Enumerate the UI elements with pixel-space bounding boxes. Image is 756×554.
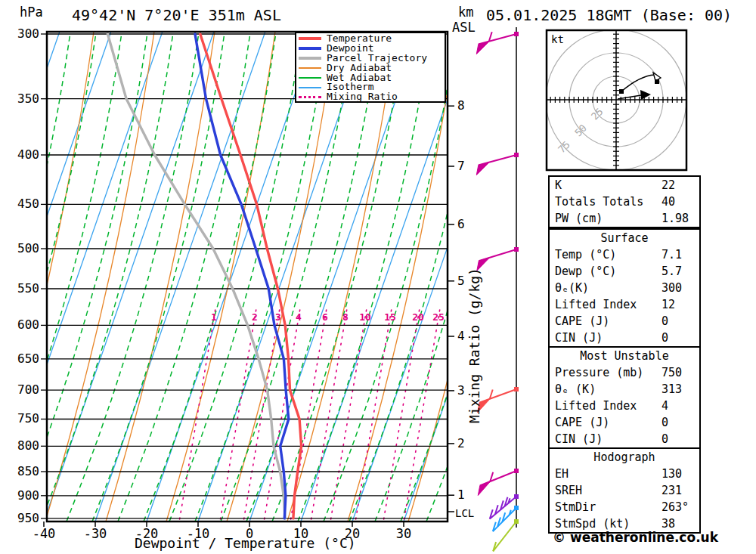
pressure-tick-label: 750 [17, 411, 39, 426]
table-row-value: 22 [662, 177, 675, 193]
mixing-ratio-tick-label: 8 [342, 311, 349, 323]
table-row: Lifted Index4 [550, 398, 699, 414]
table-row-value: 7.1 [662, 246, 682, 263]
mixing-ratio-tick-label: 3 [275, 311, 281, 323]
table-row-value: 0 [662, 414, 668, 431]
table-row-label: θₑ(K) [555, 281, 589, 295]
wind-barb [477, 247, 519, 271]
table-row-label: CIN (J) [555, 432, 603, 446]
table-row-label: CIN (J) [555, 331, 603, 345]
table-row-value: 1.98 [662, 210, 689, 227]
table-row: CIN (J)0 [550, 330, 699, 346]
copyright: © weatheronline.co.uk [529, 530, 718, 545]
table-row-value: 300 [662, 280, 682, 296]
km-tick-label: 4 [457, 329, 465, 343]
pressure-tick-label: 450 [17, 197, 39, 211]
mixing-ratio-tick-label: 1 [211, 311, 217, 323]
km-tick-label: 2 [457, 436, 465, 450]
table-row-value: 263° [662, 499, 689, 515]
table-row: CIN (J)0 [550, 431, 699, 447]
legend-line-sample [299, 96, 321, 98]
table-row-value: 750 [662, 364, 682, 381]
table-row: Totals Totals40 [550, 193, 699, 210]
temp-tick-label: -30 [84, 526, 107, 541]
table-row-label: CAPE (J) [555, 314, 609, 328]
km-tick-label: 8 [457, 98, 465, 113]
pressure-tick-label: 600 [17, 317, 39, 332]
mixing-ratio-tick-label: 2 [252, 311, 258, 323]
table-row-label: CAPE (J) [555, 416, 609, 429]
table-row-label: Temp (°C) [555, 248, 616, 262]
table-row-label: Dewp (°C) [555, 265, 616, 278]
hodograph-unit-label: kt [551, 33, 564, 45]
table-row-label: Pressure (mb) [555, 366, 643, 379]
legend-line-sample [299, 37, 321, 40]
pressure-tick-label: 350 [17, 91, 39, 106]
mixing-ratio-tick-label: 4 [296, 311, 302, 323]
table-title: Hodograph [550, 449, 699, 466]
table-row-value: 40 [662, 193, 675, 210]
temp-tick-label: -40 [33, 526, 56, 541]
table-row-label: Lifted Index [555, 399, 637, 413]
table-row-value: 313 [662, 381, 682, 398]
wind-barb [493, 519, 519, 551]
pressure-tick-label: 700 [17, 382, 39, 397]
table-row-value: 0 [662, 330, 668, 346]
table-row-label: StmSpd (kt) [555, 517, 630, 531]
km-tick-label: 5 [457, 274, 465, 288]
legend: TemperatureDewpointParcel TrajectoryDry … [295, 32, 446, 103]
table-row-label: PW (cm) [555, 212, 603, 225]
table-row: Lifted Index12 [550, 296, 699, 313]
table-title: Most Unstable [550, 348, 699, 364]
mixing-ratio-axis-title: Mixing Ratio (g/kg) [466, 268, 482, 423]
pressure-tick-label: 500 [17, 241, 39, 255]
legend-line-sample [299, 57, 321, 60]
table-row: StmDir263° [550, 499, 699, 515]
table-row-value: 12 [662, 296, 675, 313]
pressure-tick-label: 800 [17, 438, 39, 453]
pressure-tick-label: 550 [17, 281, 39, 296]
wind-barb [476, 153, 519, 175]
legend-line-sample [299, 77, 321, 79]
indices-table: HodographEH130SREH231StmDir263°StmSpd (k… [548, 447, 701, 534]
lcl-label: LCL [455, 507, 474, 519]
wind-barb [478, 387, 519, 413]
skewt-sounding-page: 3003504004505005506006507007508008509009… [0, 0, 756, 554]
table-row: CAPE (J)0 [550, 313, 699, 330]
table-row-label: EH [555, 467, 569, 481]
mixing-ratio-tick-label: 10 [359, 311, 371, 323]
table-row: EH130 [550, 466, 699, 482]
table-row-value: 4 [662, 398, 668, 414]
indices-table: K22Totals Totals40PW (cm)1.98 [548, 175, 701, 228]
km-unit-label: km [458, 5, 473, 20]
km-tick-label: 6 [457, 217, 465, 231]
table-row-label: Totals Totals [555, 195, 643, 209]
x-axis-title: Dewpoint / Temperature (°C) [135, 535, 356, 551]
asl-label: ASL [452, 20, 476, 35]
mixing-ratio-tick-label: 20 [412, 311, 424, 323]
indices-table: Most UnstablePressure (mb)750θₑ (K)313Li… [548, 346, 701, 449]
table-title: Surface [550, 230, 699, 246]
km-tick-label: 1 [457, 487, 465, 502]
table-row: Pressure (mb)750 [550, 364, 699, 381]
pressure-tick-label: 850 [17, 464, 39, 478]
table-row: Temp (°C)7.1 [550, 246, 699, 263]
table-row-value: 130 [662, 466, 682, 482]
temp-tick-label: 30 [396, 526, 411, 541]
pressure-tick-label: 650 [17, 351, 39, 366]
table-row-label: SREH [555, 484, 582, 497]
km-tick-label: 3 [457, 383, 465, 398]
table-row: CAPE (J)0 [550, 414, 699, 431]
wind-barb [478, 469, 519, 496]
legend-line-sample [299, 67, 321, 69]
mixing-ratio-tick-label: 6 [322, 311, 328, 323]
pressure-tick-label: 400 [17, 147, 39, 162]
table-row-label: K [555, 178, 562, 192]
table-row-value: 0 [662, 431, 668, 447]
mixing-ratio-tick-label: 25 [432, 311, 445, 323]
table-row: Dewp (°C)5.7 [550, 263, 699, 280]
table-row: θₑ(K)300 [550, 280, 699, 296]
table-row-label: Lifted Index [555, 298, 637, 311]
mixing-ratio-tick-label: 15 [384, 311, 396, 323]
pressure-tick-label: 950 [17, 511, 39, 525]
